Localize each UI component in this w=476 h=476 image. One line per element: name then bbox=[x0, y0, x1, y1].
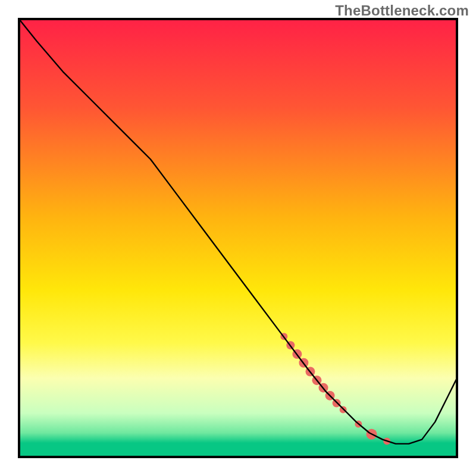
bottleneck-chart bbox=[0, 0, 476, 476]
plot-background bbox=[19, 19, 457, 457]
watermark-label: TheBottleneck.com bbox=[335, 2, 469, 19]
chart-container: TheBottleneck.com bbox=[0, 0, 476, 476]
